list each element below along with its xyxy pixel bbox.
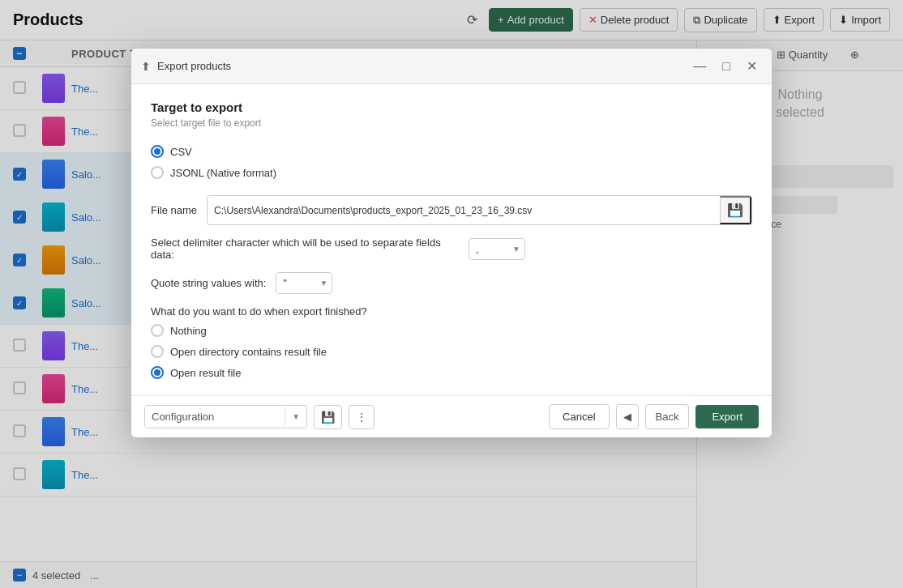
jsonl-radio[interactable] — [151, 166, 164, 179]
file-name-label: File name — [151, 204, 197, 216]
format-radio-group: CSV JSONL (Native format) — [151, 145, 752, 179]
csv-label: CSV — [170, 146, 192, 158]
section-header: Target to export Select target file to e… — [151, 100, 752, 129]
modal-minimize-button[interactable]: — — [688, 58, 711, 75]
nothing-label: Nothing — [170, 325, 207, 337]
configuration-select-wrapper: Configuration ▼ — [144, 405, 307, 428]
open-dir-label: Open directory contains result file — [170, 346, 327, 358]
jsonl-label: JSONL (Native format) — [170, 167, 276, 179]
configuration-select[interactable]: Configuration — [145, 406, 285, 428]
open-file-option[interactable]: Open result file — [151, 366, 752, 379]
open-dir-option[interactable]: Open directory contains result file — [151, 345, 752, 358]
jsonl-option[interactable]: JSONL (Native format) — [151, 166, 752, 179]
section-subtitle: Select target file to export — [151, 117, 752, 129]
modal-title: Export products — [157, 60, 682, 72]
modal-titlebar: ⬆ Export products — □ ✕ — [131, 49, 772, 84]
file-name-row: File name 💾 — [151, 195, 752, 225]
file-name-input[interactable] — [208, 200, 720, 221]
save-config-button[interactable]: 💾 — [314, 405, 342, 429]
modal-close-button[interactable]: ✕ — [742, 57, 762, 75]
quote-select-wrapper: " ' none ▼ — [276, 272, 332, 294]
delimiter-select-wrapper: , ; | ▼ — [469, 238, 525, 260]
export-modal-icon: ⬆ — [141, 60, 151, 73]
nothing-radio[interactable] — [151, 324, 164, 337]
csv-option[interactable]: CSV — [151, 145, 752, 158]
csv-radio[interactable] — [151, 145, 164, 158]
modal-footer: Configuration ▼ 💾 ⋮ Cancel ◀ Back Export — [131, 395, 772, 437]
config-chevron-icon: ▼ — [285, 407, 306, 426]
more-config-button[interactable]: ⋮ — [349, 405, 374, 429]
open-dir-radio[interactable] — [151, 345, 164, 358]
cancel-button[interactable]: Cancel — [549, 404, 609, 429]
file-name-input-wrapper: 💾 — [207, 195, 752, 225]
open-file-radio[interactable] — [151, 366, 164, 379]
export-modal: ⬆ Export products — □ ✕ Target to export… — [131, 49, 772, 437]
nothing-option[interactable]: Nothing — [151, 324, 752, 337]
delimiter-row: Select delimiter character which will be… — [151, 236, 752, 261]
quote-row: Quote string values with: " ' none ▼ — [151, 272, 752, 294]
modal-overlay: ⬆ Export products — □ ✕ Target to export… — [0, 0, 903, 588]
back-button[interactable]: ◀ — [616, 404, 639, 429]
open-file-label: Open result file — [170, 367, 241, 379]
post-export-title: What do you want to do when export finis… — [151, 305, 752, 317]
quote-label: Quote string values with: — [151, 277, 266, 289]
delimiter-select[interactable]: , ; | — [469, 238, 525, 260]
forward-nav-button[interactable]: Back — [645, 404, 690, 429]
post-export-group: Nothing Open directory contains result f… — [151, 324, 752, 379]
modal-maximize-button[interactable]: □ — [717, 58, 735, 75]
post-export-section: What do you want to do when export finis… — [151, 305, 752, 379]
quote-select[interactable]: " ' none — [276, 272, 332, 294]
file-browse-button[interactable]: 💾 — [720, 196, 751, 224]
section-title: Target to export — [151, 100, 752, 114]
delimiter-label: Select delimiter character which will be… — [151, 236, 459, 261]
export-confirm-button[interactable]: Export — [695, 405, 759, 428]
modal-body: Target to export Select target file to e… — [131, 84, 772, 395]
